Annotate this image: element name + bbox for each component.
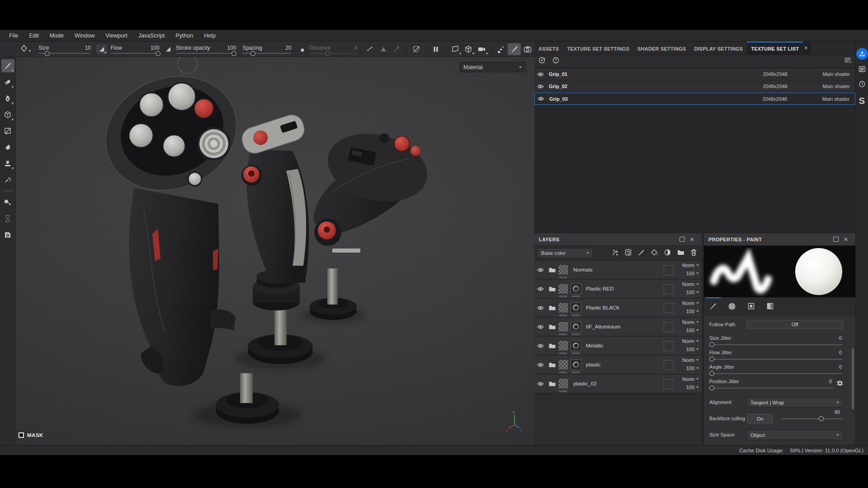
layer-row[interactable]: Normals Norm 100	[534, 261, 702, 280]
position-jitter-value[interactable]: 0	[829, 379, 832, 384]
paint-brush-mode-icon[interactable]	[508, 43, 521, 55]
angle-jitter-value[interactable]: 0	[839, 364, 842, 370]
mask-placeholder[interactable]	[664, 322, 674, 332]
eye-icon[interactable]	[534, 72, 546, 77]
spacing-dot-icon[interactable]	[300, 47, 305, 55]
folder-icon[interactable]	[546, 324, 558, 330]
mask-placeholder[interactable]	[664, 360, 674, 370]
blend-mode-dropdown[interactable]: Norm	[682, 300, 699, 306]
texture-set-row-selected[interactable]: Grip_03 2048x2048 Main shader	[534, 93, 855, 105]
history-clock-icon[interactable]	[859, 80, 866, 89]
eye-icon[interactable]	[534, 305, 546, 310]
falloff-curve-icon[interactable]	[363, 43, 377, 55]
channel-dropdown[interactable]: Base color	[537, 248, 593, 258]
spacing-slider[interactable]	[242, 53, 291, 54]
flow-pressure-icon[interactable]	[165, 46, 171, 54]
list-options-icon[interactable]	[844, 57, 852, 66]
menu-window[interactable]: Window	[69, 30, 100, 41]
pause-engine-icon[interactable]	[429, 43, 443, 55]
opacity-dropdown[interactable]: 100	[686, 385, 699, 390]
projection-tool-icon[interactable]	[1, 92, 14, 105]
size-value[interactable]: 10	[85, 45, 91, 51]
particle-brush-tool-icon[interactable]	[1, 173, 14, 186]
layer-material-thumbnail[interactable]	[571, 283, 581, 294]
texture-set-row[interactable]: Grip_01 2048x2048 Main shader	[534, 68, 855, 80]
material-picker-tool-icon[interactable]	[1, 196, 14, 209]
eye-icon[interactable]	[534, 267, 546, 272]
stroke-opacity-param[interactable]: Stroke opacity100	[176, 45, 236, 54]
add-fill-layer-icon[interactable]	[651, 249, 658, 258]
menu-edit[interactable]: Edit	[24, 30, 44, 41]
menu-file[interactable]: File	[4, 30, 24, 41]
flow-jitter-value[interactable]: 0	[839, 350, 842, 355]
size-param[interactable]: Size10	[38, 45, 91, 54]
mask-placeholder[interactable]	[664, 341, 674, 351]
share-export-icon[interactable]	[856, 48, 868, 60]
size-jitter-value[interactable]: 0	[839, 335, 842, 341]
paint-tool-icon[interactable]	[1, 59, 14, 72]
backface-angle-slider[interactable]	[782, 418, 843, 419]
size-pressure-icon[interactable]	[96, 44, 107, 54]
opacity-dropdown[interactable]: 100	[686, 271, 699, 276]
layer-row[interactable]: Metallic Norm 100	[534, 337, 702, 356]
viewport-3d[interactable]: y x z Material MASK	[16, 57, 534, 445]
blend-mode-dropdown[interactable]: Norm	[682, 357, 699, 363]
layer-mask-thumbnail[interactable]	[558, 321, 569, 332]
add-group-folder-icon[interactable]	[677, 249, 685, 258]
viewport-material-dropdown[interactable]: Material	[459, 62, 526, 72]
texture-set-row[interactable]: Grip_02 2048x2048 Main shader	[534, 80, 855, 93]
spacing-param[interactable]: Spacing20	[242, 45, 291, 54]
material-tab-icon[interactable]	[764, 300, 776, 313]
size-space-dropdown[interactable]: Object	[746, 430, 843, 440]
baking-tool-icon[interactable]	[1, 228, 14, 241]
properties-scrollbar[interactable]	[852, 348, 854, 409]
mesh-display-icon[interactable]	[462, 43, 475, 55]
follow-path-button[interactable]: Off	[746, 320, 843, 329]
layer-mask-thumbnail[interactable]	[558, 283, 569, 294]
folder-icon[interactable]	[546, 286, 558, 292]
layer-mask-thumbnail[interactable]	[558, 302, 569, 313]
tab-assets[interactable]: ASSETS	[534, 42, 563, 55]
gear-icon[interactable]	[836, 380, 844, 389]
detach-panel-icon[interactable]	[677, 237, 687, 242]
stroke-opacity-slider[interactable]	[176, 53, 236, 54]
brush-tab-icon[interactable]	[707, 300, 719, 313]
layer-material-thumbnail[interactable]	[571, 321, 581, 332]
mask-placeholder[interactable]	[664, 303, 674, 313]
position-jitter-slider[interactable]	[709, 388, 834, 389]
flow-jitter-slider[interactable]	[709, 359, 843, 360]
menu-python[interactable]: Python	[170, 30, 198, 41]
perspective-view-icon[interactable]	[448, 43, 462, 55]
menu-help[interactable]: Help	[198, 30, 221, 41]
layer-material-thumbnail[interactable]	[571, 340, 581, 351]
symmetry-chevron-icon[interactable]	[28, 50, 31, 52]
close-panel-icon[interactable]: ✕	[687, 236, 697, 243]
menu-javascript[interactable]: JavaScript	[133, 30, 170, 41]
size-jitter-slider[interactable]	[709, 344, 843, 345]
flow-param[interactable]: Flow100	[111, 45, 160, 54]
flow-slider[interactable]	[111, 53, 160, 54]
opacity-dropdown[interactable]: 100	[686, 309, 699, 314]
layer-row[interactable]: plastic_02 Norm 100	[534, 375, 702, 394]
eye-icon[interactable]	[534, 324, 546, 329]
blend-mode-dropdown[interactable]: Norm	[682, 282, 699, 287]
mask-placeholder[interactable]	[664, 284, 674, 294]
backface-angle-value[interactable]: 90	[835, 409, 840, 415]
mask-placeholder[interactable]	[664, 379, 674, 389]
eye-icon[interactable]	[534, 84, 546, 89]
folder-icon[interactable]	[546, 305, 558, 311]
layer-row[interactable]: IIF_Alluminium Norm 100	[534, 318, 702, 337]
opacity-dropdown[interactable]: 100	[686, 290, 699, 295]
snapshot-camera-icon[interactable]	[521, 43, 534, 55]
polygon-fill-tool-icon[interactable]	[1, 108, 14, 121]
toggle-all-visibility-icon[interactable]	[538, 56, 546, 66]
eraser-tool-icon[interactable]	[1, 75, 14, 89]
opacity-dropdown[interactable]: 100	[686, 366, 699, 371]
layer-row[interactable]: Plastic BLACK Norm 100	[534, 299, 702, 318]
close-panel-icon[interactable]: ✕	[841, 236, 851, 243]
tab-texture-set-list[interactable]: TEXTURE SET LIST	[747, 42, 803, 55]
stencil-tab-icon[interactable]	[745, 300, 757, 313]
folder-icon[interactable]	[546, 267, 558, 273]
backface-culling-toggle[interactable]: On	[747, 414, 773, 423]
blend-mode-dropdown[interactable]: Norm	[682, 376, 699, 382]
